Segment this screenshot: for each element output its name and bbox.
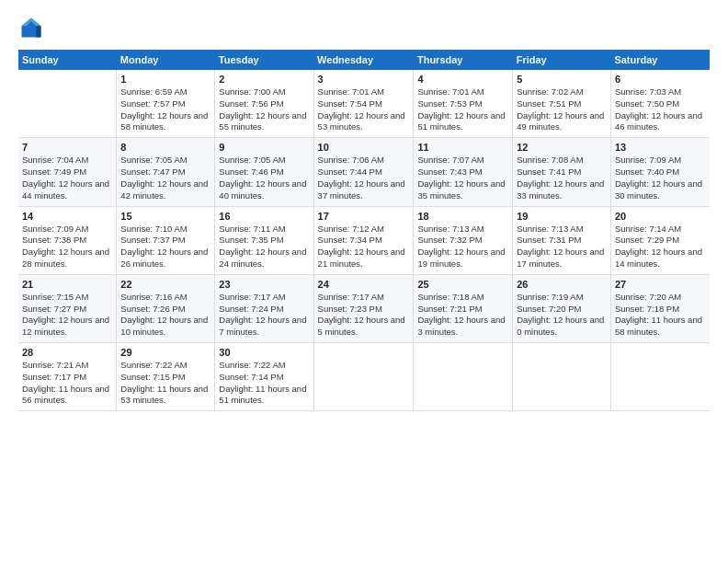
calendar-week-row: 7Sunrise: 7:04 AM Sunset: 7:49 PM Daylig… <box>18 138 710 206</box>
day-info: Sunrise: 7:03 AM Sunset: 7:50 PM Dayligh… <box>615 86 706 133</box>
day-number: 30 <box>219 347 309 358</box>
svg-marker-2 <box>36 26 40 37</box>
calendar-header-sunday: Sunday <box>18 50 117 70</box>
calendar-cell: 12Sunrise: 7:08 AM Sunset: 7:41 PM Dayli… <box>513 138 611 206</box>
day-info: Sunrise: 7:09 AM Sunset: 7:38 PM Dayligh… <box>22 224 112 270</box>
day-info: Sunrise: 7:18 AM Sunset: 7:21 PM Dayligh… <box>417 292 508 339</box>
day-number: 27 <box>615 279 706 290</box>
day-number: 16 <box>219 211 309 222</box>
day-info: Sunrise: 7:13 AM Sunset: 7:31 PM Dayligh… <box>517 224 607 270</box>
calendar-cell: 10Sunrise: 7:06 AM Sunset: 7:44 PM Dayli… <box>313 138 414 206</box>
calendar-cell: 2Sunrise: 7:00 AM Sunset: 7:56 PM Daylig… <box>215 70 313 138</box>
day-number: 10 <box>318 142 410 153</box>
calendar-cell: 23Sunrise: 7:17 AM Sunset: 7:24 PM Dayli… <box>215 274 313 342</box>
logo <box>18 15 48 40</box>
day-number: 7 <box>22 142 112 153</box>
calendar-week-row: 21Sunrise: 7:15 AM Sunset: 7:27 PM Dayli… <box>18 274 710 342</box>
calendar-header-friday: Friday <box>513 50 611 70</box>
day-number: 11 <box>417 142 508 153</box>
day-number: 15 <box>120 211 210 222</box>
calendar-cell: 25Sunrise: 7:18 AM Sunset: 7:21 PM Dayli… <box>414 274 513 342</box>
calendar-cell: 16Sunrise: 7:11 AM Sunset: 7:35 PM Dayli… <box>215 206 313 274</box>
day-info: Sunrise: 7:17 AM Sunset: 7:24 PM Dayligh… <box>219 292 309 339</box>
day-info: Sunrise: 7:01 AM Sunset: 7:53 PM Dayligh… <box>417 86 508 133</box>
calendar-cell: 4Sunrise: 7:01 AM Sunset: 7:53 PM Daylig… <box>414 70 513 138</box>
day-info: Sunrise: 7:14 AM Sunset: 7:29 PM Dayligh… <box>615 224 706 270</box>
calendar-cell <box>414 343 513 411</box>
calendar-cell: 6Sunrise: 7:03 AM Sunset: 7:50 PM Daylig… <box>610 70 710 138</box>
calendar-cell: 17Sunrise: 7:12 AM Sunset: 7:34 PM Dayli… <box>313 206 414 274</box>
calendar-cell: 7Sunrise: 7:04 AM Sunset: 7:49 PM Daylig… <box>18 138 117 206</box>
calendar-cell: 19Sunrise: 7:13 AM Sunset: 7:31 PM Dayli… <box>513 206 611 274</box>
day-number: 12 <box>517 142 607 153</box>
day-number: 20 <box>615 211 706 222</box>
day-number: 8 <box>120 142 210 153</box>
calendar-cell: 28Sunrise: 7:21 AM Sunset: 7:17 PM Dayli… <box>18 343 117 411</box>
day-number: 5 <box>517 74 607 85</box>
calendar-header-saturday: Saturday <box>610 50 710 70</box>
calendar-cell: 14Sunrise: 7:09 AM Sunset: 7:38 PM Dayli… <box>18 206 117 274</box>
day-number: 21 <box>22 279 112 290</box>
day-info: Sunrise: 7:02 AM Sunset: 7:51 PM Dayligh… <box>517 86 607 133</box>
day-info: Sunrise: 7:08 AM Sunset: 7:41 PM Dayligh… <box>517 155 607 201</box>
header <box>18 15 710 40</box>
calendar-cell: 1Sunrise: 6:59 AM Sunset: 7:57 PM Daylig… <box>117 70 215 138</box>
calendar-table: SundayMondayTuesdayWednesdayThursdayFrid… <box>18 50 710 411</box>
day-number: 9 <box>219 142 309 153</box>
calendar-cell: 13Sunrise: 7:09 AM Sunset: 7:40 PM Dayli… <box>610 138 710 206</box>
day-info: Sunrise: 7:01 AM Sunset: 7:54 PM Dayligh… <box>318 86 410 133</box>
day-number: 29 <box>120 347 210 358</box>
day-info: Sunrise: 7:19 AM Sunset: 7:20 PM Dayligh… <box>517 292 607 339</box>
calendar-cell <box>313 343 414 411</box>
day-info: Sunrise: 7:09 AM Sunset: 7:40 PM Dayligh… <box>615 155 706 201</box>
day-info: Sunrise: 7:21 AM Sunset: 7:17 PM Dayligh… <box>22 360 112 407</box>
calendar-header-wednesday: Wednesday <box>313 50 414 70</box>
day-number: 28 <box>22 347 112 358</box>
day-info: Sunrise: 7:05 AM Sunset: 7:47 PM Dayligh… <box>120 155 210 201</box>
calendar-cell: 26Sunrise: 7:19 AM Sunset: 7:20 PM Dayli… <box>513 274 611 342</box>
calendar-cell <box>513 343 611 411</box>
day-number: 3 <box>318 74 410 85</box>
day-info: Sunrise: 7:22 AM Sunset: 7:14 PM Dayligh… <box>219 360 309 407</box>
day-number: 26 <box>517 279 607 290</box>
day-number: 24 <box>318 279 410 290</box>
day-number: 13 <box>615 142 706 153</box>
day-number: 14 <box>22 211 112 222</box>
logo-icon <box>18 15 44 40</box>
day-info: Sunrise: 7:20 AM Sunset: 7:18 PM Dayligh… <box>615 292 706 339</box>
day-info: Sunrise: 7:17 AM Sunset: 7:23 PM Dayligh… <box>318 292 410 339</box>
day-number: 1 <box>120 74 210 85</box>
calendar-cell <box>18 70 117 138</box>
calendar-cell: 29Sunrise: 7:22 AM Sunset: 7:15 PM Dayli… <box>117 343 215 411</box>
day-info: Sunrise: 7:22 AM Sunset: 7:15 PM Dayligh… <box>120 360 210 407</box>
day-info: Sunrise: 7:05 AM Sunset: 7:46 PM Dayligh… <box>219 155 309 201</box>
calendar-cell: 27Sunrise: 7:20 AM Sunset: 7:18 PM Dayli… <box>610 274 710 342</box>
calendar-cell: 3Sunrise: 7:01 AM Sunset: 7:54 PM Daylig… <box>313 70 414 138</box>
day-number: 2 <box>219 74 309 85</box>
calendar-cell: 5Sunrise: 7:02 AM Sunset: 7:51 PM Daylig… <box>513 70 611 138</box>
calendar-header-monday: Monday <box>117 50 215 70</box>
calendar-week-row: 1Sunrise: 6:59 AM Sunset: 7:57 PM Daylig… <box>18 70 710 138</box>
day-info: Sunrise: 7:10 AM Sunset: 7:37 PM Dayligh… <box>120 224 210 270</box>
day-number: 25 <box>417 279 508 290</box>
calendar-header-row: SundayMondayTuesdayWednesdayThursdayFrid… <box>18 50 710 70</box>
day-info: Sunrise: 7:00 AM Sunset: 7:56 PM Dayligh… <box>219 86 309 133</box>
day-number: 23 <box>219 279 309 290</box>
calendar-cell: 30Sunrise: 7:22 AM Sunset: 7:14 PM Dayli… <box>215 343 313 411</box>
calendar-header-thursday: Thursday <box>414 50 513 70</box>
calendar-week-row: 28Sunrise: 7:21 AM Sunset: 7:17 PM Dayli… <box>18 343 710 411</box>
calendar-cell: 18Sunrise: 7:13 AM Sunset: 7:32 PM Dayli… <box>414 206 513 274</box>
day-number: 19 <box>517 211 607 222</box>
page: SundayMondayTuesdayWednesdayThursdayFrid… <box>0 0 728 563</box>
day-number: 22 <box>120 279 210 290</box>
day-info: Sunrise: 7:07 AM Sunset: 7:43 PM Dayligh… <box>417 155 508 201</box>
day-number: 17 <box>318 211 410 222</box>
calendar-cell: 20Sunrise: 7:14 AM Sunset: 7:29 PM Dayli… <box>610 206 710 274</box>
calendar-cell <box>610 343 710 411</box>
day-info: Sunrise: 6:59 AM Sunset: 7:57 PM Dayligh… <box>120 86 210 133</box>
day-info: Sunrise: 7:16 AM Sunset: 7:26 PM Dayligh… <box>120 292 210 339</box>
calendar-week-row: 14Sunrise: 7:09 AM Sunset: 7:38 PM Dayli… <box>18 206 710 274</box>
day-info: Sunrise: 7:12 AM Sunset: 7:34 PM Dayligh… <box>318 224 410 270</box>
calendar-cell: 8Sunrise: 7:05 AM Sunset: 7:47 PM Daylig… <box>117 138 215 206</box>
calendar-cell: 15Sunrise: 7:10 AM Sunset: 7:37 PM Dayli… <box>117 206 215 274</box>
